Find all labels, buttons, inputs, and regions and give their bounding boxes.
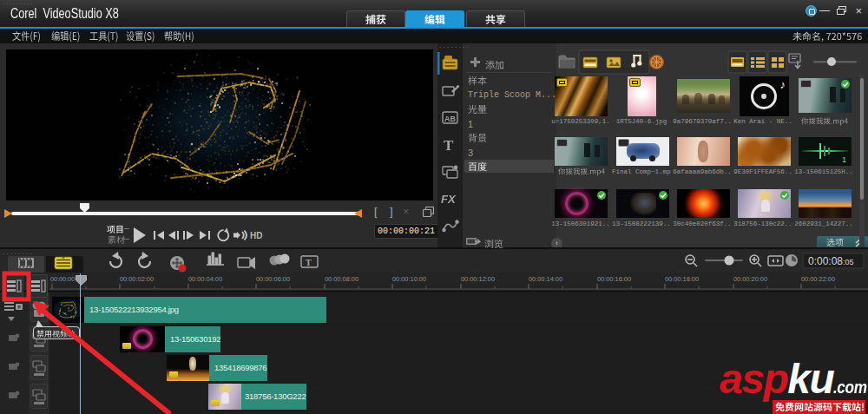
svg-text:00:00:14:00: 00:00:14:00 <box>529 275 563 283</box>
svg-text:AB: AB <box>444 115 456 123</box>
svg-text:00:00:08:00: 00:00:08:00 <box>325 275 359 283</box>
svg-text:00:00:02:00: 00:00:02:00 <box>120 275 155 283</box>
svg-text:00:00:16:00: 00:00:16:00 <box>597 275 632 283</box>
svg-text:00:00:04:00: 00:00:04:00 <box>188 275 223 283</box>
svg-text:00:00:06:00: 00:00:06:00 <box>256 275 291 283</box>
svg-text:T: T <box>306 258 312 267</box>
svg-text:T: T <box>444 137 454 154</box>
svg-text:00:00:22:00: 00:00:22:00 <box>801 275 836 283</box>
svg-text:00:00:00: 00:00:00 <box>50 275 75 283</box>
svg-text:FX: FX <box>441 193 457 206</box>
svg-text:00:00:18:00: 00:00:18:00 <box>665 275 700 283</box>
svg-text:00:00:12:00: 00:00:12:00 <box>461 275 496 283</box>
svg-text:0:00:08:05: 0:00:08:05 <box>808 255 854 267</box>
svg-text:00:00:10:00: 00:00:10:00 <box>392 275 427 283</box>
svg-text:HD: HD <box>250 231 262 240</box>
svg-text:00:00:20:00: 00:00:20:00 <box>733 275 768 283</box>
